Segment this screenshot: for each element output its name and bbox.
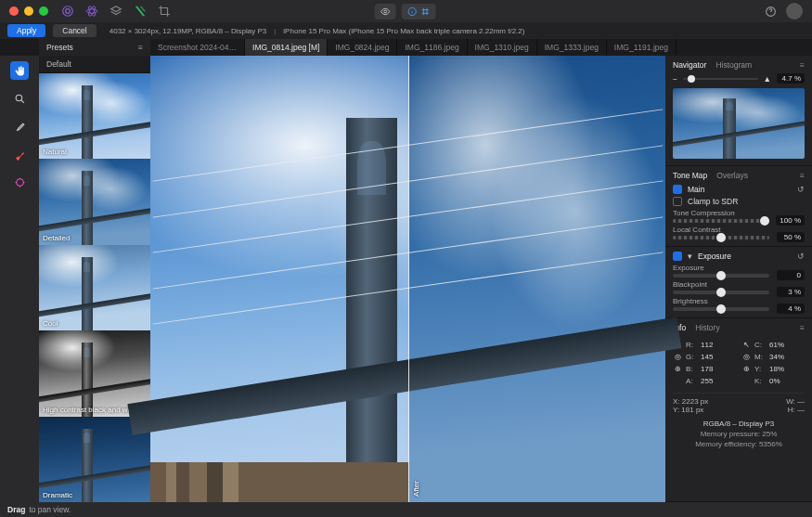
tab-img-0814[interactable]: IMG_0814.jpeg [M]: [245, 39, 328, 56]
tab-img-1191[interactable]: IMG_1191.jpeg: [607, 39, 677, 56]
exposure-slider[interactable]: [673, 274, 769, 278]
image-meta-dimensions: 4032 × 3024px, 12.19MP, RGBA/8 – Display…: [110, 27, 267, 35]
zoom-out-icon[interactable]: −: [673, 74, 677, 84]
minimize-window[interactable]: [24, 6, 33, 16]
wand-tool[interactable]: [10, 173, 29, 191]
stripe-icon[interactable]: [134, 5, 147, 18]
info-colorspace: RGBA/8 – Display P3: [673, 420, 805, 428]
svg-point-1: [66, 9, 71, 14]
blackpoint-slider[interactable]: [673, 291, 769, 294]
preset-dramatic[interactable]: Dramatic: [39, 417, 150, 502]
status-hint: to pan view.: [29, 505, 71, 514]
svg-point-0: [63, 6, 73, 17]
exposure-title: Exposure: [698, 252, 731, 261]
info-a: 255: [701, 375, 713, 387]
presets-header-label: Presets: [46, 43, 73, 52]
before-after-splitter[interactable]: [408, 56, 409, 502]
tab-history[interactable]: History: [695, 323, 719, 332]
hand-tool[interactable]: [10, 61, 29, 80]
info-x: X: 2223 px: [673, 397, 708, 406]
preset-natural[interactable]: Natural: [39, 73, 150, 159]
info-g: 145: [701, 351, 713, 363]
close-window[interactable]: [9, 6, 19, 16]
tab-img-0824[interactable]: IMG_0824.jpeg: [328, 39, 397, 56]
exposure-section: ▾ Exposure ↺ Exposure 0 Blackpoint 3 % B…: [665, 247, 812, 318]
status-bar: Drag to pan view.: [0, 502, 812, 517]
account-avatar[interactable]: [786, 3, 803, 19]
tab-img-1186[interactable]: IMG_1186.jpeg: [397, 39, 467, 56]
crop-icon[interactable]: [158, 5, 171, 18]
tab-tonemap[interactable]: Tone Map: [673, 171, 707, 180]
local-contrast-value[interactable]: 50 %: [777, 232, 805, 242]
reset-tonemap-icon[interactable]: ↺: [797, 185, 805, 194]
tone-compression-value[interactable]: 100 %: [776, 215, 805, 226]
preview-mode-toggle[interactable]: [374, 4, 395, 19]
tab-navigator[interactable]: Navigator: [673, 60, 706, 70]
layers-icon[interactable]: [110, 5, 122, 18]
image-meta-camera: iPhone 15 Pro Max (iPhone 15 Pro Max bac…: [283, 27, 524, 35]
brightness-value[interactable]: 4 %: [777, 304, 805, 314]
cancel-button[interactable]: Cancel: [53, 24, 96, 37]
tab-histogram[interactable]: Histogram: [715, 60, 752, 70]
eyedropper-tool[interactable]: [10, 117, 29, 136]
window-controls: [9, 6, 48, 16]
zoom-in-icon[interactable]: ▲: [764, 74, 771, 84]
toolbar-right: [765, 3, 803, 19]
info-m: 34%: [769, 351, 784, 363]
presets-header: Presets ≡: [39, 39, 150, 56]
svg-point-8: [16, 95, 22, 101]
svg-point-2: [86, 9, 97, 14]
info-r: 112: [701, 339, 713, 351]
info-section: Info History ≡ ↖R:112 ↖C:61% ◎G:145 ◎M:3…: [665, 318, 812, 502]
main-checkbox[interactable]: [673, 185, 682, 194]
info-menu-icon[interactable]: ≡: [800, 323, 805, 332]
apply-button[interactable]: Apply: [7, 24, 45, 37]
navigator-thumbnail[interactable]: [673, 88, 805, 159]
preset-list: Natural Detailed Cool High contrast blac…: [39, 73, 150, 502]
persona-icon[interactable]: [61, 5, 74, 18]
help-icon[interactable]: [765, 6, 777, 18]
plus-circle-icon: ⊕: [741, 365, 751, 374]
tab-overlays[interactable]: Overlays: [716, 171, 748, 180]
app-window: Apply Cancel 4032 × 3024px, 12.19MP, RGB…: [0, 0, 812, 517]
zoom-window[interactable]: [39, 6, 48, 16]
info-y: 18%: [769, 363, 784, 375]
tabstrip: Presets ≡ Screenshot 2024-04… IMG_0814.j…: [0, 39, 812, 56]
blackpoint-value[interactable]: 3 %: [777, 287, 805, 297]
right-panel: Navigator Histogram ≡ − ▲ 4.7 % Tone Map: [665, 56, 812, 502]
atom-icon[interactable]: [85, 5, 98, 18]
info-c: 61%: [769, 339, 784, 351]
zoom-slider[interactable]: [683, 78, 758, 80]
canvas[interactable]: After: [150, 56, 665, 502]
reset-exposure-icon[interactable]: ↺: [797, 252, 805, 261]
presets-menu-icon[interactable]: ≡: [138, 43, 143, 52]
tonemap-menu-icon[interactable]: ≡: [800, 171, 805, 180]
nav-menu-icon[interactable]: ≡: [800, 60, 805, 70]
info-w: W: —: [786, 397, 805, 406]
preset-cool[interactable]: Cool: [39, 245, 150, 330]
clamp-sdr-checkbox[interactable]: [673, 197, 682, 206]
tab-screenshot[interactable]: Screenshot 2024-04…: [150, 39, 245, 56]
document-tabs: Screenshot 2024-04… IMG_0814.jpeg [M] IM…: [150, 39, 812, 56]
exposure-checkbox[interactable]: [673, 252, 682, 261]
zoom-value[interactable]: 4.7 %: [777, 73, 805, 84]
info-b: 178: [701, 363, 713, 375]
preset-detailed[interactable]: Detailed: [39, 159, 150, 244]
tonemap-section: Tone Map Overlays ≡ Main ↺ Clamp to SDR …: [665, 166, 812, 247]
toolbar-center: [374, 4, 435, 19]
preset-group-default[interactable]: Default: [39, 56, 150, 73]
info-toggle[interactable]: [401, 4, 435, 19]
tone-compression-slider[interactable]: [673, 219, 769, 223]
tab-img-1310[interactable]: IMG_1310.jpeg: [468, 39, 537, 56]
zoom-tool[interactable]: [10, 89, 29, 108]
local-contrast-slider[interactable]: [673, 236, 769, 239]
brightness-slider[interactable]: [673, 307, 769, 311]
preset-bw[interactable]: High contrast black and white: [39, 330, 150, 416]
red-brush-tool[interactable]: [10, 145, 29, 163]
info-h: H: —: [788, 406, 805, 414]
exposure-value[interactable]: 0: [777, 270, 805, 280]
svg-point-5: [383, 10, 386, 13]
tab-info[interactable]: Info: [673, 323, 686, 332]
info-mem-pressure: Memory pressure: 25%: [673, 430, 805, 438]
tab-img-1333[interactable]: IMG_1333.jpeg: [537, 39, 607, 56]
